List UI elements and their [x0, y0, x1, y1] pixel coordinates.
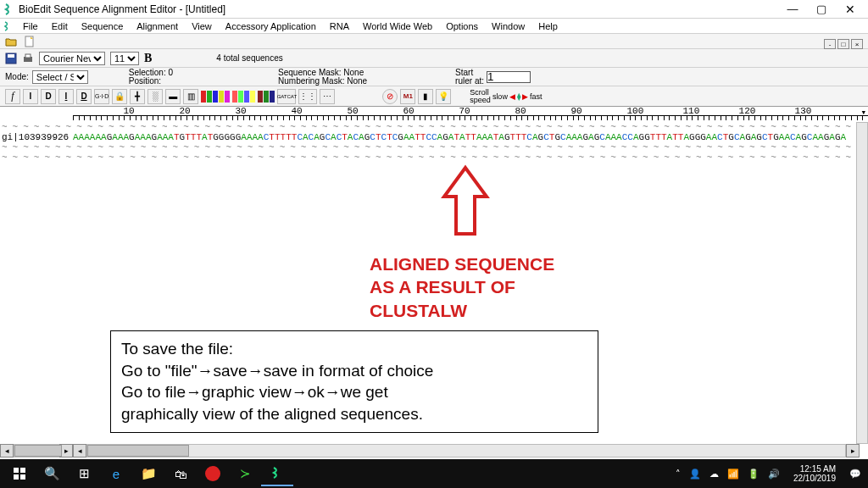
menu-window[interactable]: Window — [486, 20, 531, 32]
minimize-button[interactable]: — — [778, 1, 807, 18]
speed-label: speed — [470, 97, 491, 104]
svg-rect-2 — [8, 54, 14, 58]
battery-icon[interactable]: 🔋 — [748, 469, 760, 480]
mode-label: Mode: — [5, 72, 29, 81]
toolbar-font: Courier New 11 B 4 total sequences — [0, 49, 868, 68]
plus-button[interactable]: ╋ — [130, 89, 145, 104]
seqcount-label: 4 total sequences — [216, 53, 282, 63]
seq-data-2[interactable]: AAAAAAGAAAGAAAGAAATGTTTATGGGGGAAAACTTTTT… — [73, 132, 846, 142]
menu-alignment[interactable]: Alignment — [131, 20, 184, 32]
nummask-label: Numbering Mask: None — [278, 77, 367, 86]
svg-rect-8 — [20, 474, 25, 480]
fast-label: fast — [530, 92, 542, 101]
instruction-box: To save the file: Go to "file"→save→save… — [110, 330, 598, 433]
gid-button[interactable]: G·I·D — [94, 89, 109, 104]
terminal-icon[interactable]: ≻ — [229, 461, 261, 486]
bars2-icon[interactable]: ▮ — [418, 89, 433, 104]
close-button[interactable]: ✕ — [836, 1, 865, 18]
scroll-left-btn-2[interactable]: ◂ — [73, 444, 86, 458]
delete-button[interactable]: D — [41, 89, 56, 104]
seq-data-1[interactable]: ~~~~~~~~~~~~~~~~~~~~~~~~~~~~~~~~~~~~~~~~… — [2, 122, 868, 132]
seq-data-4[interactable]: ~~~~~~~~~~~~~~~~~~~~~~~~~~~~~~~~~~~~~~~~… — [2, 152, 868, 163]
seq-name-2[interactable]: gi|103939926 — [0, 132, 73, 142]
block-icon[interactable]: ▬ — [165, 89, 181, 104]
search-icon[interactable]: 🔍 — [36, 461, 68, 486]
window-titlebar: BioEdit Sequence Alignment Editor - [Unt… — [0, 0, 868, 19]
italic-button[interactable]: f — [5, 89, 20, 104]
notifications-icon[interactable]: 💬 — [849, 469, 861, 480]
menu-accessory[interactable]: Accessory Application — [220, 20, 322, 32]
ibar-button[interactable]: I — [58, 89, 74, 104]
stop-icon[interactable]: ⊘ — [382, 89, 398, 104]
menu-options[interactable]: Options — [440, 20, 484, 32]
menu-view[interactable]: View — [186, 20, 218, 32]
gatcat-button[interactable]: GATCAT — [277, 89, 296, 104]
toolbar-mode: Mode: Select / Slide Selection: 0 Positi… — [0, 68, 868, 86]
dots1-button[interactable]: ⋮⋮ — [298, 89, 317, 104]
start-button[interactable] — [3, 461, 36, 486]
maximize-button[interactable]: ▢ — [807, 1, 836, 18]
volume-icon[interactable]: 🔊 — [768, 469, 780, 480]
mdi-close[interactable]: × — [851, 39, 863, 49]
m1-button[interactable]: M1 — [400, 89, 415, 104]
mdi-restore[interactable]: □ — [837, 39, 849, 49]
scroll-right-icon[interactable]: ▶ — [522, 92, 528, 101]
sequence-alignment-area: gi|121236387 ~~~~~~~~~~~~~~~~~~~~~~~~~~~… — [0, 122, 868, 163]
insert-button[interactable]: I — [23, 89, 38, 104]
svg-rect-4 — [25, 54, 31, 58]
ruler-label: ruler at: — [455, 77, 484, 86]
hscroll-seq[interactable]: ◂ ▸ — [73, 444, 860, 458]
toolbar-file — [0, 34, 868, 49]
menu-www[interactable]: World Wide Web — [357, 20, 438, 32]
explorer-icon[interactable]: 📁 — [132, 461, 164, 486]
onedrive-icon[interactable]: ☁ — [709, 469, 719, 480]
selection-label: Selection: 0 — [129, 69, 173, 77]
fontsize-select[interactable]: 11 — [110, 52, 139, 65]
window-title: BioEdit Sequence Alignment Editor - [Unt… — [19, 3, 778, 15]
bulb-icon[interactable]: 💡 — [436, 89, 451, 104]
font-select[interactable]: Courier New — [39, 52, 105, 65]
tray-up-icon[interactable]: ˄ — [676, 469, 681, 480]
save-icon[interactable] — [5, 53, 17, 64]
bold-button[interactable]: B — [144, 52, 152, 65]
menu-sequence[interactable]: Sequence — [75, 20, 130, 32]
dots2-button[interactable]: ⋯ — [320, 89, 335, 104]
seq-data-3[interactable]: ~~~~~~~~~~~~~~~~~~~~~~~~~~~~~~~~~~~~~~~~… — [2, 142, 868, 152]
wifi-icon[interactable]: 📶 — [727, 469, 739, 480]
ruler: ▾ 10 20 30 40 50 60 70 80 90 100 110 120… — [0, 107, 868, 122]
color-palette-1[interactable] — [201, 91, 230, 103]
menu-edit[interactable]: Edit — [46, 20, 74, 32]
toolbar-edit: f I D I D G·I·D 🔒 ╋ ░ ▬ ▥ GATCAT ⋮⋮ ⋯ ⊘ … — [0, 86, 868, 107]
hscroll-names[interactable]: ◂ ▸ — [0, 444, 73, 458]
scroll-right-btn-2[interactable]: ▸ — [846, 444, 860, 458]
open-icon[interactable] — [5, 36, 17, 47]
menu-help[interactable]: Help — [532, 20, 564, 32]
bioedit-task-icon[interactable] — [261, 461, 293, 486]
ruler-input[interactable] — [487, 71, 531, 83]
mode-select[interactable]: Select / Slide — [32, 70, 88, 84]
menu-rna[interactable]: RNA — [324, 20, 355, 32]
bars-icon[interactable]: ▥ — [183, 89, 198, 104]
dbar-button[interactable]: D — [76, 89, 92, 104]
vertical-scrollbar[interactable] — [856, 122, 868, 444]
print-icon[interactable] — [22, 53, 34, 64]
mdi-minimize[interactable]: - — [824, 39, 836, 49]
edge-icon[interactable]: e — [100, 461, 132, 486]
color-palette-3[interactable] — [258, 91, 275, 103]
clock[interactable]: 12:15 AM 22/10/2019 — [788, 464, 841, 483]
people-icon[interactable]: 👤 — [689, 469, 701, 480]
color-palette-2[interactable] — [232, 91, 255, 103]
menu-file[interactable]: File — [17, 20, 44, 32]
lock-icon[interactable]: 🔒 — [112, 89, 127, 104]
svg-rect-6 — [20, 468, 25, 473]
slow-label: slow — [492, 92, 508, 101]
store-icon[interactable]: 🛍 — [164, 461, 197, 486]
grip-icon[interactable]: ░ — [147, 89, 163, 104]
opera-icon[interactable] — [197, 461, 229, 486]
scroll-handle-icon[interactable]: ⧫ — [517, 92, 520, 101]
new-icon[interactable] — [24, 36, 36, 47]
seqmask-label: Sequence Mask: None — [278, 69, 367, 77]
taskview-icon[interactable]: ⊞ — [68, 461, 100, 486]
scroll-left-btn[interactable]: ◂ — [0, 444, 14, 458]
scroll-left-icon[interactable]: ◀ — [509, 92, 515, 101]
